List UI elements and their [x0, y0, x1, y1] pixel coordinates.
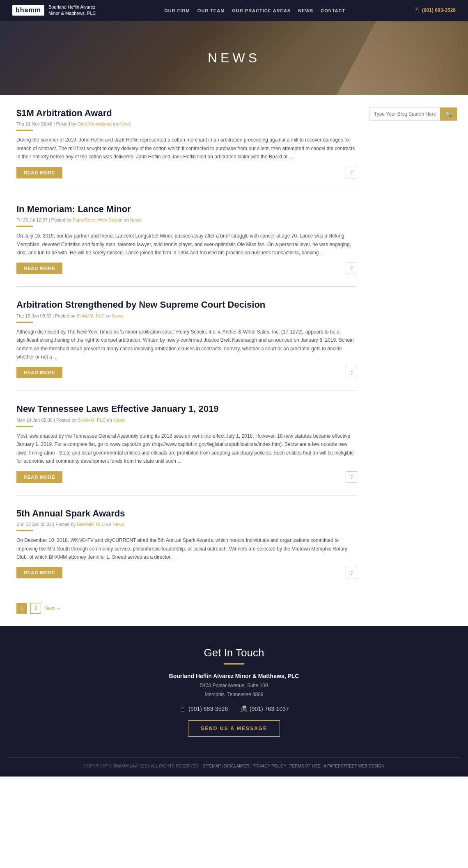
post-title: $1M Arbitration Award: [16, 107, 357, 119]
hero-title: NEWS: [208, 50, 260, 66]
post-category-link[interactable]: News: [112, 313, 124, 318]
post-divider: [16, 530, 33, 531]
footer-fax-phone: 📠 (901) 763-1037: [240, 706, 289, 712]
footer-cta-title: Get In Touch: [8, 646, 460, 659]
nav-practice-areas[interactable]: OUR PRACTICE AREAS: [232, 8, 291, 13]
pagination: 1 2 Next →: [16, 603, 357, 614]
post-footer: READ MORE ⇧: [16, 367, 357, 378]
nav-our-team[interactable]: OUR TEAM: [197, 8, 225, 13]
nav-list: OUR FIRM OUR TEAM OUR PRACTICE AREAS NEW…: [164, 7, 345, 14]
arrow-right-icon: →: [56, 605, 61, 611]
post-footer: READ MORE ⇧: [16, 471, 357, 483]
share-icon[interactable]: ⇧: [346, 263, 357, 274]
header-phone: 📱 (901) 683-3526: [414, 7, 456, 13]
share-icon[interactable]: ⇧: [346, 471, 357, 483]
post-title: Arbitration Strengthened by New Supreme …: [16, 299, 357, 311]
hero-section: NEWS: [0, 21, 468, 95]
mobile-icon: 📱: [179, 706, 186, 712]
logo-text: Bourland Heflin Alvarez Minor & Matthews…: [48, 4, 96, 17]
post-excerpt: On December 10, 2018, WKNO-TV and cityCU…: [16, 536, 357, 561]
sitemap-link[interactable]: SITEMAP: [203, 764, 221, 768]
post-excerpt: Although dismissed by The New York Times…: [16, 328, 357, 361]
terms-link[interactable]: TERMS OF USE: [290, 764, 321, 768]
next-page-link[interactable]: Next →: [44, 605, 61, 611]
privacy-link[interactable]: PRIVACY POLICY: [252, 764, 286, 768]
post-meta: Thu 21 Nov 02:48 | Posted by Gina Youngb…: [16, 121, 357, 126]
footer-address: 5400 Poplar Avenue, Suite 100 Memphis, T…: [8, 681, 460, 699]
paperstreet-link[interactable]: A PAPERSTREET WEB DESIGN: [323, 764, 384, 768]
footer-mobile-phone: 📱 (901) 683-3526: [179, 706, 228, 712]
share-icon[interactable]: ⇧: [346, 167, 357, 178]
post-category-link[interactable]: News: [130, 217, 142, 222]
post-title: In Memoriam: Lance Minor: [16, 203, 357, 215]
post-author-link[interactable]: BHAMM, PLC: [76, 313, 104, 318]
post-divider: [16, 426, 33, 427]
logo-area: bhamm Bourland Heflin Alvarez Minor & Ma…: [12, 4, 96, 17]
search-button[interactable]: 🔍: [440, 107, 457, 121]
post-title: 5th Annual Spark Awards: [16, 508, 357, 520]
post-author-link[interactable]: PaperStreet Web Design: [73, 217, 122, 222]
post-footer: READ MORE ⇧: [16, 167, 357, 178]
post-divider: [16, 322, 33, 323]
footer-copyright: COPYRIGHT © BHAMM LAW 2019. ALL RIGHTS R…: [8, 757, 460, 768]
send-message-button[interactable]: SEND US A MESSAGE: [188, 720, 280, 737]
blog-post-2: Arbitration Strengthened by New Supreme …: [16, 299, 357, 391]
share-icon[interactable]: ⇧: [346, 367, 357, 378]
post-meta: Mon 14 Jan 05:38 | Posted by BHAMM, PLC …: [16, 418, 357, 423]
post-category-link[interactable]: News: [113, 418, 125, 423]
hero-image: [337, 21, 468, 95]
post-meta: Tue 15 Jan 03:52 | Posted by BHAMM, PLC …: [16, 313, 357, 318]
sidebar: 🔍: [369, 107, 452, 614]
nav-news[interactable]: NEWS: [298, 8, 313, 13]
logo-abbr: bhamm: [12, 5, 44, 16]
post-divider: [16, 130, 33, 131]
post-divider: [16, 226, 33, 227]
post-excerpt: During the summer of 2019, John Heflin a…: [16, 136, 357, 161]
post-title: New Tennessee Laws Effective January 1, …: [16, 403, 357, 415]
read-more-button[interactable]: READ MORE: [16, 167, 62, 178]
post-excerpt: On July 16, 2019, our law partner and fr…: [16, 232, 357, 257]
blog-post-0: $1M Arbitration Award Thu 21 Nov 02:48 |…: [16, 107, 357, 191]
read-more-button[interactable]: READ MORE: [16, 471, 62, 483]
content-area: $1M Arbitration Award Thu 21 Nov 02:48 |…: [16, 107, 357, 614]
main-container: $1M Arbitration Award Thu 21 Nov 02:48 |…: [8, 95, 460, 626]
search-input[interactable]: [369, 107, 440, 121]
footer-phones: 📱 (901) 683-3526 📠 (901) 763-1037: [8, 706, 460, 712]
site-footer: Get In Touch Bourland Heflin Alvarez Min…: [0, 626, 468, 776]
footer-divider: [224, 663, 244, 665]
blog-post-1: In Memoriam: Lance Minor Fri 26 Jul 12:5…: [16, 203, 357, 287]
page-1[interactable]: 1: [16, 603, 27, 614]
post-author-link[interactable]: BHAMM, PLC: [77, 522, 105, 527]
post-category-link[interactable]: News: [119, 121, 131, 126]
footer-firm-name: Bourland Heflin Alvarez Minor & Matthews…: [8, 673, 460, 679]
posts-container: $1M Arbitration Award Thu 21 Nov 02:48 |…: [16, 107, 357, 591]
phone-icon: 📱: [414, 7, 420, 13]
post-excerpt: Most laws enacted by the Tennessee Gener…: [16, 432, 357, 466]
read-more-button[interactable]: READ MORE: [16, 263, 62, 274]
site-header: bhamm Bourland Heflin Alvarez Minor & Ma…: [0, 0, 468, 21]
nav-contact[interactable]: CONTACT: [321, 8, 345, 13]
post-author-link[interactable]: BHAMM, PLC: [78, 418, 106, 423]
read-more-button[interactable]: READ MORE: [16, 367, 62, 378]
disclaimer-link[interactable]: DISCLAIMER: [224, 764, 249, 768]
nav-our-firm[interactable]: OUR FIRM: [164, 8, 190, 13]
read-more-button[interactable]: READ MORE: [16, 567, 62, 578]
post-footer: READ MORE ⇧: [16, 263, 357, 274]
post-footer: READ MORE ⇧: [16, 567, 357, 578]
post-meta: Fri 26 Jul 12:57 | Posted by PaperStreet…: [16, 217, 357, 222]
page-2[interactable]: 2: [30, 603, 41, 614]
fax-icon: 📠: [240, 706, 247, 712]
share-icon[interactable]: ⇧: [346, 567, 357, 578]
post-meta: Sun 13 Jan 03:32 | Posted by BHAMM, PLC …: [16, 522, 357, 527]
main-nav: OUR FIRM OUR TEAM OUR PRACTICE AREAS NEW…: [164, 7, 345, 14]
search-box: 🔍: [369, 107, 452, 121]
post-category-link[interactable]: News: [112, 522, 124, 527]
post-author-link[interactable]: Gina Youngblood: [77, 121, 112, 126]
blog-post-4: 5th Annual Spark Awards Sun 13 Jan 03:32…: [16, 508, 357, 591]
blog-post-3: New Tennessee Laws Effective January 1, …: [16, 403, 357, 495]
